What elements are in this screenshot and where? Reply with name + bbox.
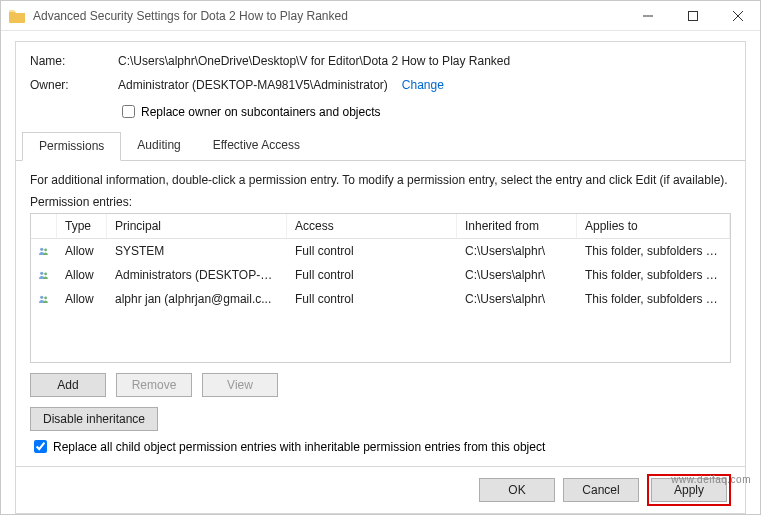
disable-inheritance-button[interactable]: Disable inheritance (30, 407, 158, 431)
cell-principal: alphr jan (alphrjan@gmail.c... (107, 289, 287, 309)
info-text: For additional information, double-click… (30, 173, 731, 187)
users-icon (31, 241, 57, 261)
name-row: Name: C:\Users\alphr\OneDrive\Desktop\V … (30, 54, 731, 68)
owner-value: Administrator (DESKTOP-MA981V5\Administr… (118, 78, 388, 92)
cell-applies: This folder, subfolders and files (577, 289, 730, 309)
tab-permissions[interactable]: Permissions (22, 132, 121, 161)
add-button[interactable]: Add (30, 373, 106, 397)
replace-all-label: Replace all child object permission entr… (53, 440, 545, 454)
table-row[interactable]: AllowSYSTEMFull controlC:\Users\alphr\Th… (31, 239, 730, 263)
table-row[interactable]: Allowalphr jan (alphrjan@gmail.c...Full … (31, 287, 730, 311)
view-button[interactable]: View (202, 373, 278, 397)
meta-panel: Name: C:\Users\alphr\OneDrive\Desktop\V … (15, 41, 746, 514)
permission-entries-table: Type Principal Access Inherited from App… (30, 213, 731, 363)
table-body: AllowSYSTEMFull controlC:\Users\alphr\Th… (31, 239, 730, 311)
tab-effective-access[interactable]: Effective Access (197, 132, 316, 161)
close-button[interactable] (715, 1, 760, 30)
tab-auditing[interactable]: Auditing (121, 132, 196, 161)
svg-rect-0 (688, 11, 697, 20)
replace-owner-checkbox[interactable] (122, 105, 135, 118)
replace-all-row: Replace all child object permission entr… (30, 437, 731, 456)
tab-strip: Permissions Auditing Effective Access (16, 131, 745, 161)
column-applies[interactable]: Applies to (577, 214, 730, 238)
cancel-button[interactable]: Cancel (563, 478, 639, 502)
cell-inherited: C:\Users\alphr\ (457, 289, 577, 309)
table-row[interactable]: AllowAdministrators (DESKTOP-MA...Full c… (31, 263, 730, 287)
owner-row: Owner: Administrator (DESKTOP-MA981V5\Ad… (30, 78, 731, 92)
cell-inherited: C:\Users\alphr\ (457, 241, 577, 261)
replace-all-checkbox[interactable] (34, 440, 47, 453)
remove-button[interactable]: Remove (116, 373, 192, 397)
cell-applies: This folder, subfolders and files (577, 265, 730, 285)
users-icon (31, 265, 57, 285)
window-title: Advanced Security Settings for Dota 2 Ho… (33, 9, 625, 23)
cell-access: Full control (287, 289, 457, 309)
svg-point-1 (40, 248, 43, 251)
users-icon (31, 289, 57, 309)
minimize-button[interactable] (625, 1, 670, 30)
entry-buttons: Add Remove View (30, 373, 731, 397)
svg-point-5 (40, 296, 43, 299)
ok-button[interactable]: OK (479, 478, 555, 502)
column-principal[interactable]: Principal (107, 214, 287, 238)
permission-entries-label: Permission entries: (30, 195, 731, 209)
replace-owner-label: Replace owner on subcontainers and objec… (141, 105, 380, 119)
cell-access: Full control (287, 241, 457, 261)
name-label: Name: (30, 54, 118, 68)
cell-inherited: C:\Users\alphr\ (457, 265, 577, 285)
maximize-button[interactable] (670, 1, 715, 30)
column-type[interactable]: Type (57, 214, 107, 238)
column-access[interactable]: Access (287, 214, 457, 238)
cell-principal: Administrators (DESKTOP-MA... (107, 265, 287, 285)
titlebar: Advanced Security Settings for Dota 2 Ho… (1, 1, 760, 31)
column-inherited[interactable]: Inherited from (457, 214, 577, 238)
apply-button[interactable]: Apply (651, 478, 727, 502)
name-value: C:\Users\alphr\OneDrive\Desktop\V for Ed… (118, 54, 510, 68)
svg-point-2 (44, 249, 47, 252)
cell-applies: This folder, subfolders and files (577, 241, 730, 261)
replace-owner-row: Replace owner on subcontainers and objec… (118, 102, 731, 121)
dialog-footer: OK Cancel Apply (16, 466, 745, 512)
column-icon[interactable] (31, 214, 57, 238)
apply-highlight: Apply (647, 474, 731, 506)
cell-type: Allow (57, 241, 107, 261)
owner-label: Owner: (30, 78, 118, 92)
table-header: Type Principal Access Inherited from App… (31, 214, 730, 239)
svg-point-3 (40, 272, 43, 275)
security-settings-window: Advanced Security Settings for Dota 2 Ho… (0, 0, 761, 515)
cell-type: Allow (57, 265, 107, 285)
system-buttons (625, 1, 760, 30)
cell-type: Allow (57, 289, 107, 309)
cell-access: Full control (287, 265, 457, 285)
cell-principal: SYSTEM (107, 241, 287, 261)
svg-point-6 (44, 297, 47, 300)
folder-icon (9, 9, 25, 23)
change-owner-link[interactable]: Change (402, 78, 444, 92)
content-area: Name: C:\Users\alphr\OneDrive\Desktop\V … (1, 31, 760, 514)
svg-point-4 (44, 273, 47, 276)
